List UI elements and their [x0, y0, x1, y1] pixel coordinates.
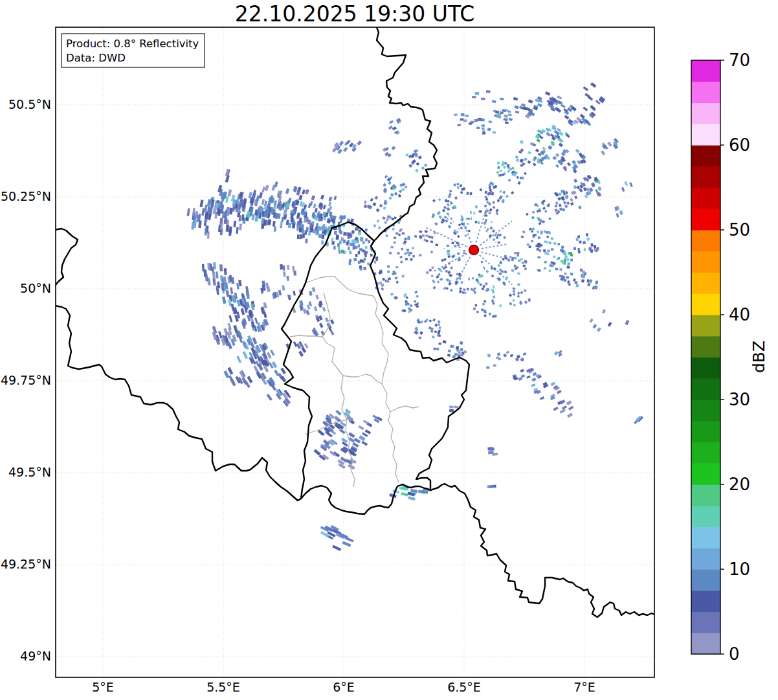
colorbar-tick-label: 20: [729, 475, 750, 494]
x-tick-label: 6°E: [333, 680, 355, 694]
colorbar-tick-label: 10: [729, 559, 750, 579]
colorbar-segment: [691, 315, 720, 336]
y-tick-label: 50.25°N: [1, 189, 51, 203]
colorbar-segment: [691, 273, 720, 294]
colorbar-segment: [691, 484, 720, 506]
radar-map-svg: 22.10.2025 19:30 UTC Product: 0.8° Refle…: [0, 0, 778, 700]
colorbar-segment: [691, 506, 720, 527]
x-tick-label: 6.5°E: [447, 680, 481, 694]
colorbar-segment: [691, 336, 720, 357]
annotation-data-source: Data: DWD: [66, 52, 126, 64]
colorbar-segment: [691, 612, 720, 633]
colorbar-segment: [691, 188, 720, 209]
colorbar-segment: [691, 209, 720, 230]
colorbar-segment: [691, 293, 720, 315]
colorbar-tick-label: 50: [729, 220, 750, 240]
colorbar-segment: [691, 633, 720, 654]
y-tick-label: 49°N: [20, 649, 51, 663]
blocked-beam-spoke: [472, 209, 474, 244]
colorbar-segment: [691, 230, 720, 251]
colorbar-tick-label: 0: [729, 644, 740, 664]
x-tick-label: 7°E: [573, 680, 595, 694]
colorbar-tick-label: 60: [729, 135, 750, 155]
colorbar-axis-label: dBZ: [750, 341, 768, 373]
colorbar-segment: [691, 60, 720, 82]
colorbar-tick-label: 30: [729, 390, 750, 409]
colorbar-segment: [691, 378, 720, 400]
colorbar-segment: [691, 591, 720, 612]
figure-title: 22.10.2025 19:30 UTC: [235, 1, 474, 27]
colorbar-segment: [691, 442, 720, 464]
colorbar-segment: [691, 124, 720, 145]
colorbar-segment: [691, 82, 720, 103]
y-tick-label: 49.5°N: [8, 465, 51, 479]
colorbar-segment: [691, 463, 720, 484]
colorbar-segment: [691, 569, 720, 591]
y-tick-label: 50°N: [20, 281, 51, 295]
y-axis-labels: 50.5°N50.25°N50°N49.75°N49.5°N49.25°N49°…: [1, 97, 51, 663]
y-tick-label: 49.75°N: [1, 373, 51, 387]
colorbar-segment: [691, 251, 720, 273]
colorbar-segment: [691, 421, 720, 442]
colorbar-tick-label: 70: [729, 51, 750, 70]
colorbar-segment: [691, 548, 720, 569]
x-tick-label: 5.5°E: [206, 680, 240, 694]
x-tick-label: 5°E: [92, 680, 114, 694]
annotation-product: Product: 0.8° Reflectivity: [66, 38, 199, 50]
y-tick-label: 49.25°N: [1, 557, 51, 571]
colorbar-tick-label: 40: [729, 305, 750, 324]
y-tick-label: 50.5°N: [8, 97, 51, 111]
colorbar-segment: [691, 145, 720, 166]
colorbar-segment: [691, 103, 720, 124]
colorbar-segment: [691, 166, 720, 188]
colorbar-segment: [691, 400, 720, 421]
x-axis-labels: 5°E5.5°E6°E6.5°E7°E: [92, 680, 595, 694]
colorbar-segment: [691, 357, 720, 379]
weather-radar-figure: 22.10.2025 19:30 UTC Product: 0.8° Refle…: [0, 0, 778, 700]
colorbar: 010203040506070: [691, 51, 750, 664]
radar-site-marker: [469, 245, 479, 255]
annotation-box: Product: 0.8° Reflectivity Data: DWD: [61, 34, 205, 67]
colorbar-segment: [691, 527, 720, 548]
